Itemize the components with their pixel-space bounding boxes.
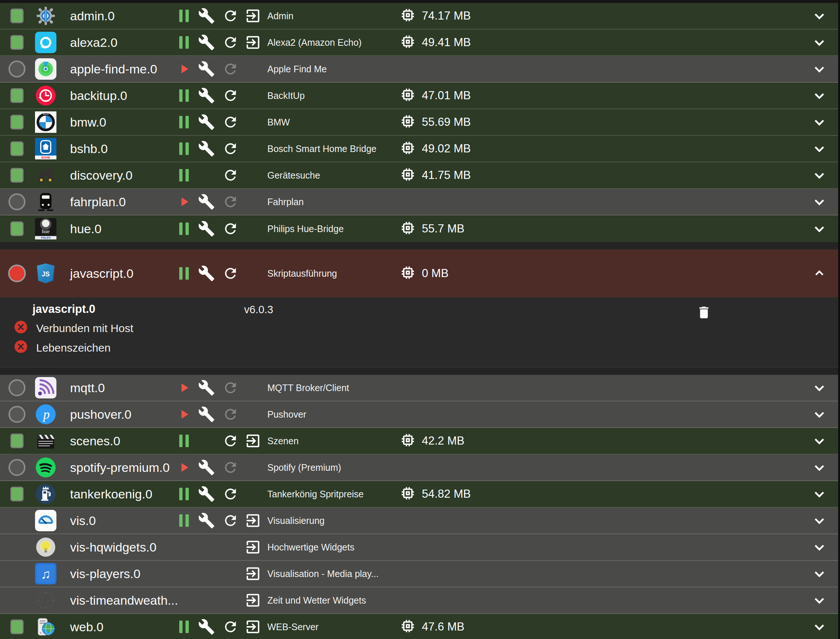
restart-instance-button[interactable] xyxy=(221,34,240,51)
adapter-row-hue.0[interactable]: huePHILIPS hue.0 Philips Hue-Bridge 55.7… xyxy=(0,215,838,242)
restart-instance-button[interactable] xyxy=(221,61,240,77)
settings-wrench-button[interactable] xyxy=(196,406,217,423)
open-instance-ui-button[interactable] xyxy=(242,512,263,529)
open-instance-ui-button[interactable] xyxy=(242,7,263,24)
play-instance-button[interactable] xyxy=(176,380,192,395)
pause-instance-button[interactable] xyxy=(176,513,192,528)
expand-row-chevron-button[interactable] xyxy=(810,167,828,183)
pause-instance-button[interactable] xyxy=(176,89,192,103)
adapter-row-apple-find-me.0[interactable]: apple-find-me.0 Apple Find Me xyxy=(0,56,838,83)
settings-wrench-button[interactable] xyxy=(196,512,217,529)
pause-instance-button[interactable] xyxy=(176,487,192,501)
expand-row-chevron-button[interactable] xyxy=(810,61,828,77)
adapter-row-javascript.0[interactable]: JS javascript.0 Skriptausführung 0 MB xyxy=(0,250,838,297)
expand-row-chevron-button[interactable] xyxy=(810,539,828,555)
adapter-row-scenes.0[interactable]: scenes.0 Szenen 42.2 MB xyxy=(0,428,838,455)
expand-row-chevron-button[interactable] xyxy=(810,141,828,157)
restart-instance-button[interactable] xyxy=(221,406,240,423)
settings-wrench-button[interactable] xyxy=(196,87,217,104)
adapter-row-vis-hqwidgets.0[interactable]: vis-hqwidgets.0 Hochwertige Widgets xyxy=(0,534,838,561)
restart-instance-button[interactable] xyxy=(221,167,240,183)
pause-instance-button[interactable] xyxy=(176,141,192,156)
adapter-row-vis-players.0[interactable]: ♫ vis-players.0 Visualisation - Media pl… xyxy=(0,561,838,587)
settings-wrench-button[interactable] xyxy=(196,114,217,130)
expand-row-chevron-button[interactable] xyxy=(810,194,828,210)
restart-instance-button[interactable] xyxy=(221,433,240,449)
settings-wrench-button[interactable] xyxy=(196,60,217,78)
expand-row-chevron-button[interactable] xyxy=(810,114,828,130)
restart-instance-button[interactable] xyxy=(221,8,240,24)
expand-row-chevron-button[interactable] xyxy=(810,512,828,529)
expand-row-chevron-button[interactable] xyxy=(810,459,828,475)
expand-row-chevron-button[interactable] xyxy=(810,486,828,502)
adapter-row-admin.0[interactable]: admin.0 Admin 74.17 MB xyxy=(0,3,838,30)
settings-wrench-button[interactable] xyxy=(196,193,217,210)
expand-row-chevron-button[interactable] xyxy=(810,87,828,104)
expand-row-chevron-button[interactable] xyxy=(810,433,828,449)
expand-row-chevron-button[interactable] xyxy=(810,566,828,582)
settings-wrench-button[interactable] xyxy=(196,618,217,635)
expand-row-chevron-button[interactable] xyxy=(810,406,828,423)
restart-instance-button[interactable] xyxy=(221,459,240,475)
open-instance-ui-button[interactable] xyxy=(242,565,263,582)
settings-wrench-button[interactable] xyxy=(196,485,217,502)
settings-wrench-button[interactable] xyxy=(196,379,217,396)
adapter-row-backitup.0[interactable]: backitup.0 BackItUp 47.01 MB xyxy=(0,83,838,109)
expand-row-chevron-button[interactable] xyxy=(810,619,828,635)
adapter-row-vis.0[interactable]: vis.0 Visualisierung xyxy=(0,508,838,534)
open-instance-ui-button[interactable] xyxy=(242,592,263,609)
expand-row-chevron-button[interactable] xyxy=(810,380,828,396)
open-instance-ui-button[interactable] xyxy=(242,618,263,635)
expand-row-chevron-button[interactable] xyxy=(810,221,828,237)
settings-wrench-button[interactable] xyxy=(196,265,217,282)
restart-instance-button[interactable] xyxy=(221,512,240,529)
settings-wrench-button[interactable] xyxy=(196,459,217,476)
adapter-row-alexa2.0[interactable]: alexa2.0 Alexa2 (Amazon Echo) 49.41 MB xyxy=(0,30,838,56)
restart-instance-button[interactable] xyxy=(221,619,240,635)
expand-row-chevron-button[interactable] xyxy=(810,592,828,608)
adapter-row-spotify-premium.0[interactable]: spotify-premium.0 Spotify (Premium) xyxy=(0,455,838,481)
open-instance-ui-button[interactable] xyxy=(242,432,263,449)
open-instance-ui-button[interactable] xyxy=(242,539,263,556)
play-instance-button[interactable] xyxy=(176,194,192,209)
adapter-row-bmw.0[interactable]: BMW bmw.0 BMW 55.69 MB xyxy=(0,109,838,136)
pause-instance-button[interactable] xyxy=(176,222,192,236)
settings-wrench-button[interactable] xyxy=(196,34,217,51)
pause-instance-button[interactable] xyxy=(176,266,192,280)
play-instance-button[interactable] xyxy=(176,407,192,422)
play-instance-button[interactable] xyxy=(176,460,192,475)
delete-instance-button[interactable] xyxy=(696,304,712,323)
restart-instance-button[interactable] xyxy=(221,87,240,104)
adapter-row-vis-timeandweath...[interactable]: vis-timeandweath... Zeit und Wetter Widg… xyxy=(0,587,838,614)
adapter-row-discovery.0[interactable]: discovery.0 Gerätesuche 41.75 MB xyxy=(0,162,838,189)
adapter-row-bshb.0[interactable]: BSHB bshb.0 Bosch Smart Home Bridge 49.0… xyxy=(0,136,838,162)
adapter-row-pushover.0[interactable]: p pushover.0 Pushover xyxy=(0,401,838,428)
expand-row-chevron-button[interactable] xyxy=(810,8,828,24)
play-instance-button[interactable] xyxy=(176,62,192,76)
adapter-row-tankerkoenig.0[interactable]: tankerkoenig.0 Tankerkönig Spritpreise 5… xyxy=(0,481,838,508)
open-instance-ui-button[interactable] xyxy=(242,34,263,51)
adapter-row-mqtt.0[interactable]: mqtt.0 MQTT Broker/Client xyxy=(0,375,838,401)
adapter-row-web.0[interactable]: web.0 WEB-Server 47.6 MB xyxy=(0,614,838,639)
settings-wrench-button[interactable] xyxy=(196,7,217,24)
expand-row-chevron-button[interactable] xyxy=(810,34,828,51)
pause-instance-button[interactable] xyxy=(176,115,192,129)
restart-instance-button[interactable] xyxy=(221,114,240,130)
expand-row-chevron-button[interactable] xyxy=(810,266,828,280)
restart-instance-button[interactable] xyxy=(221,380,240,396)
adapter-row-fahrplan.0[interactable]: fahrplan.0 Fahrplan xyxy=(0,189,838,215)
pause-instance-button[interactable] xyxy=(176,35,192,49)
pause-instance-button[interactable] xyxy=(176,620,192,634)
pause-instance-button[interactable] xyxy=(176,168,192,182)
restart-instance-button[interactable] xyxy=(221,265,240,281)
pause-instance-button[interactable] xyxy=(176,434,192,448)
restart-instance-button[interactable] xyxy=(221,486,240,502)
adapter-title: WEB-Server xyxy=(267,622,319,633)
pause-instance-button[interactable] xyxy=(176,9,192,23)
restart-instance-button[interactable] xyxy=(221,194,240,210)
restart-instance-button[interactable] xyxy=(221,221,240,237)
settings-wrench-button[interactable] xyxy=(196,140,217,157)
restart-instance-button[interactable] xyxy=(221,141,240,157)
settings-wrench-button[interactable] xyxy=(196,220,217,237)
scrollbar-track[interactable] xyxy=(838,0,840,639)
